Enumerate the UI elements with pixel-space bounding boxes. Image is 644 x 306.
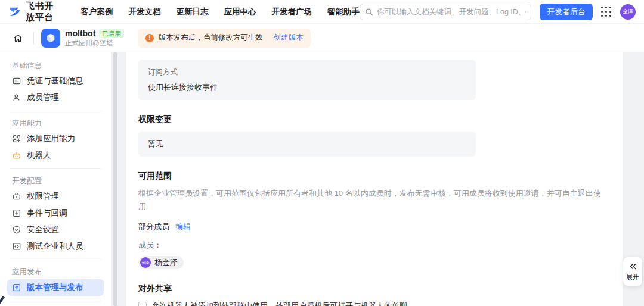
- permission-change-box: 暂无: [138, 132, 476, 157]
- sidebar-item-label: 添加应用能力: [27, 133, 75, 144]
- credential-icon: [12, 76, 21, 86]
- member-name: 杨金泽: [154, 257, 178, 268]
- sidebar-item-label: 机器人: [27, 150, 51, 161]
- member-chip[interactable]: 金泽 杨金泽: [138, 256, 184, 269]
- sidebar-item-events-callbacks[interactable]: 事件与回调: [7, 205, 104, 221]
- sidebar-item-permissions[interactable]: 权限管理: [7, 188, 104, 205]
- double-chevron-left-icon: [628, 262, 637, 271]
- divider: [10, 260, 101, 260]
- home-icon: [13, 33, 23, 43]
- sidebar-section-capabilities: 应用能力: [7, 116, 104, 130]
- sidebar-item-label: 安全设置: [27, 224, 59, 235]
- scrollbar[interactable]: [113, 52, 117, 306]
- sidebar-gutter: [111, 52, 126, 306]
- sidebar-section-app-release: 应用发布: [7, 265, 104, 279]
- sidebar-item-label: 版本管理与发布: [27, 282, 83, 293]
- availability-title: 可用范围: [138, 170, 611, 181]
- sidebar-item-bot[interactable]: 机器人: [7, 147, 104, 164]
- feishu-logo-icon: [8, 5, 21, 18]
- code-brackets-icon: [12, 242, 21, 251]
- divider: [10, 301, 101, 301]
- subscription-mode-label: 订阅方式: [148, 67, 466, 77]
- subscription-mode-box: 订阅方式 使用长连接接收事件: [138, 60, 476, 100]
- nav-link-app-center[interactable]: 应用中心: [224, 7, 256, 17]
- event-callback-icon: [12, 208, 21, 218]
- permission-change-title: 权限变更: [138, 114, 611, 124]
- status-badge: 已启用: [99, 29, 124, 38]
- brand-name: 飞书开放平台: [26, 1, 60, 23]
- app-header: moltbot 已启用 正式应用@堡塔 ! 版本发布后，当前修改方可生效 创建版…: [0, 24, 644, 52]
- nav-link-ai-assistant[interactable]: 智能助手: [327, 7, 360, 17]
- permission-icon: [12, 192, 21, 201]
- create-version-link[interactable]: 创建版本: [274, 33, 304, 43]
- expand-label: 展开: [626, 273, 639, 282]
- subscription-mode-value: 使用长连接接收事件: [148, 82, 466, 93]
- banner-text: 版本发布后，当前修改方可生效: [159, 33, 263, 43]
- member-avatar: 金泽: [140, 257, 151, 268]
- sidebar-item-label: 事件与回调: [27, 208, 67, 218]
- search-input[interactable]: [377, 8, 526, 16]
- corner-artifact: [0, 296, 5, 306]
- divider: [33, 32, 34, 44]
- divider: [10, 111, 101, 111]
- release-arrow-icon: [12, 283, 21, 292]
- user-avatar[interactable]: 金泽: [620, 4, 636, 20]
- sidebar-item-label: 权限管理: [27, 191, 59, 202]
- sidebar-item-test-company[interactable]: 测试企业和人员: [7, 238, 104, 255]
- nav-link-cases[interactable]: 客户案例: [81, 7, 113, 17]
- availability-description: 根据企业管理员设置，可用范围仅包括应用所有者和其他 10 名以内成员时，发布无需…: [138, 187, 608, 213]
- add-capability-icon: [12, 134, 21, 143]
- edit-scope-link[interactable]: 编辑: [175, 221, 191, 232]
- brand[interactable]: 飞书开放平台: [8, 1, 60, 23]
- main-content: 订阅方式 使用长连接接收事件 权限变更 暂无 可用范围 根据企业管理员设置，可用…: [126, 52, 623, 306]
- top-navigation-bar: 飞书开放平台 客户案例 开发文档 更新日志 应用中心 开发者广场 智能助手 开发…: [0, 0, 644, 24]
- external-share-checkbox[interactable]: [138, 302, 147, 306]
- warning-icon: !: [145, 34, 154, 42]
- sidebar-item-version-management[interactable]: 版本管理与发布: [7, 279, 104, 296]
- permission-change-value: 暂无: [148, 139, 466, 149]
- sidebar-section-dev-config: 开发配置: [7, 174, 104, 188]
- sidebar-item-label: 测试企业和人员: [27, 241, 83, 252]
- nav-link-dev-plaza[interactable]: 开发者广场: [272, 7, 312, 17]
- members-label: 成员：: [138, 240, 611, 251]
- bot-icon: [12, 151, 21, 160]
- external-share-title: 对外共享: [138, 283, 611, 293]
- cube-icon: [45, 32, 57, 44]
- page-body: 基础信息 凭证与基础信息 成员管理 应用能力: [0, 52, 644, 306]
- sidebar-item-add-capability[interactable]: 添加应用能力: [7, 130, 104, 147]
- developer-console-button[interactable]: 开发者后台: [540, 4, 593, 20]
- app-icon[interactable]: [41, 29, 60, 48]
- external-share-checkbox-label: 允许机器人被添加到外部群中使用，外部用户授权后可打开与机器人的单聊: [151, 301, 407, 306]
- nav-link-changelog[interactable]: 更新日志: [177, 7, 209, 17]
- version-warning-banner: ! 版本发布后，当前修改方可生效 创建版本: [138, 29, 311, 48]
- app-subtitle: 正式应用@堡塔: [65, 39, 124, 47]
- divider: [10, 168, 101, 169]
- nav-link-docs[interactable]: 开发文档: [129, 7, 161, 17]
- sidebar-item-security-settings[interactable]: 安全设置: [7, 221, 104, 238]
- sidebar-item-label: 凭证与基础信息: [27, 76, 83, 86]
- home-button[interactable]: [10, 30, 26, 46]
- scope-label: 部分成员: [138, 221, 169, 232]
- search-icon: [365, 8, 373, 16]
- expand-panel-toggle[interactable]: 展开: [623, 257, 642, 286]
- sidebar-item-member-management[interactable]: 成员管理: [7, 89, 104, 106]
- sidebar-item-label: 成员管理: [27, 92, 59, 103]
- security-shield-icon: [12, 225, 21, 235]
- sidebar-item-credentials[interactable]: 凭证与基础信息: [7, 73, 104, 89]
- app-name: moltbot: [65, 29, 95, 38]
- apps-grid-icon[interactable]: [601, 7, 612, 17]
- primary-nav-links: 客户案例 开发文档 更新日志 应用中心 开发者广场 智能助手: [81, 7, 360, 17]
- sidebar: 基础信息 凭证与基础信息 成员管理 应用能力: [0, 52, 111, 306]
- sidebar-section-basic-info: 基础信息: [7, 58, 104, 73]
- members-icon: [12, 93, 21, 102]
- search-box[interactable]: [360, 4, 531, 20]
